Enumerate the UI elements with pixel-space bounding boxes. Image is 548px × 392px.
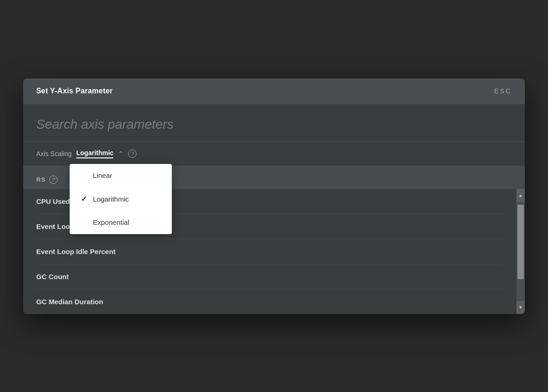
axis-scaling-value[interactable]: Logarithmic xyxy=(76,149,113,158)
modal-header: Set Y-Axis Parameter ESC xyxy=(23,78,525,104)
dropdown-label-logarithmic: Logarithmic xyxy=(93,195,129,203)
check-exponential xyxy=(81,218,88,227)
scrollbar-thumb-area xyxy=(516,202,525,301)
scrollbar-down-button[interactable]: ▼ xyxy=(516,301,525,314)
search-area[interactable]: Search axis parameters xyxy=(23,104,525,142)
chevron-icon[interactable]: ⌃ xyxy=(118,150,124,157)
scrollbar-track: ▲ ▼ xyxy=(516,189,525,314)
dropdown-item-logarithmic[interactable]: ✓ Logarithmic xyxy=(70,187,172,211)
modal-title: Set Y-Axis Parameter xyxy=(36,87,113,95)
dropdown-label-linear: Linear xyxy=(93,171,112,179)
check-linear xyxy=(81,171,88,180)
list-item-gc-median[interactable]: GC Median Duration xyxy=(36,289,503,314)
axis-scaling-label: Axis Scaling xyxy=(36,150,72,157)
search-input[interactable]: Search axis parameters xyxy=(36,117,174,131)
axis-scaling-help-icon[interactable]: ? xyxy=(128,150,137,158)
check-logarithmic: ✓ xyxy=(81,195,88,203)
dropdown-item-exponential[interactable]: Exponential xyxy=(70,211,172,234)
scrollbar-thumb[interactable] xyxy=(517,205,524,279)
axis-scaling-dropdown: Linear ✓ Logarithmic Exponential xyxy=(70,164,172,234)
scrollbar-up-button[interactable]: ▲ xyxy=(516,189,525,202)
dropdown-item-linear[interactable]: Linear xyxy=(70,164,172,187)
dropdown-label-exponential: Exponential xyxy=(93,218,129,226)
section-help-icon[interactable]: ? xyxy=(49,176,58,184)
list-item-event-loop-idle[interactable]: Event Loop Idle Percent xyxy=(36,239,503,264)
list-item-gc-count[interactable]: GC Count xyxy=(36,264,503,289)
esc-hint: ESC xyxy=(494,87,512,95)
modal-dialog: Set Y-Axis Parameter ESC Search axis par… xyxy=(23,78,525,314)
axis-scaling-row: Axis Scaling Logarithmic ⌃ ? Linear ✓ Lo… xyxy=(23,142,525,166)
section-rs-label: RS xyxy=(36,176,46,183)
